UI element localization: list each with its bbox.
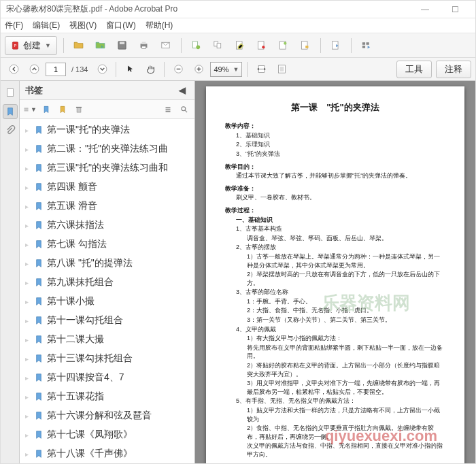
minimize-button[interactable]: — xyxy=(410,5,440,14)
svg-line-41 xyxy=(185,110,187,112)
expand-icon[interactable]: ▸ xyxy=(25,336,33,344)
create-button[interactable]: P 创建 ▼ xyxy=(5,36,57,55)
email-button[interactable] xyxy=(157,37,175,54)
form-button[interactable] xyxy=(275,37,292,54)
expand-icon[interactable]: ▸ xyxy=(25,298,33,305)
expand-icon[interactable]: ▸ xyxy=(25,127,33,134)
bookmark-item[interactable]: ▸第七课 勾指法 xyxy=(20,235,194,254)
open-recent-button[interactable] xyxy=(92,37,109,54)
expand-icon[interactable]: ▸ xyxy=(25,203,33,210)
expand-icon[interactable]: ▸ xyxy=(25,412,33,420)
customize-button[interactable] xyxy=(358,37,375,54)
attachments-tab-icon[interactable] xyxy=(3,123,18,138)
print-button[interactable] xyxy=(135,37,153,54)
expand-icon[interactable]: ▸ xyxy=(25,431,33,439)
new-bookmark-from-structure-icon[interactable] xyxy=(55,102,70,117)
save-button[interactable] xyxy=(114,37,131,54)
bookmark-item[interactable]: ▸第九课抹托组合 xyxy=(20,273,194,292)
bookmark-label: 第十四课按音4、7 xyxy=(47,371,124,384)
bookmark-item[interactable]: ▸第十四课按音4、7 xyxy=(20,368,194,387)
select-tool-button[interactable] xyxy=(121,61,139,78)
protect-button[interactable] xyxy=(296,37,314,54)
bookmark-label: 第十五课花指 xyxy=(47,391,104,403)
page-number-input[interactable] xyxy=(46,63,66,76)
zoom-in-button[interactable] xyxy=(190,61,207,78)
panel-menu-icon[interactable]: ◀ xyxy=(175,84,189,97)
expand-icon[interactable]: ▸ xyxy=(25,241,33,248)
bookmark-item[interactable]: ▸第十三课勾抹托组合 xyxy=(20,349,194,368)
bookmarks-tab-icon[interactable] xyxy=(3,104,18,119)
menu-edit[interactable]: 编辑(E) xyxy=(33,20,60,31)
hand-tool-button[interactable] xyxy=(141,61,159,78)
bookmark-icon xyxy=(33,372,44,383)
find-bookmark-icon[interactable] xyxy=(177,102,192,117)
first-page-button[interactable] xyxy=(5,61,22,78)
menu-bar: 件(F) 编辑(E) 视图(V) 窗口(W) 帮助(H) xyxy=(1,18,475,33)
export-button[interactable] xyxy=(253,37,271,54)
bookmark-label: 第八课 "托"的提弹法 xyxy=(47,257,133,269)
svg-rect-35 xyxy=(24,107,29,108)
delete-bookmark-icon[interactable] xyxy=(71,102,86,117)
expand-icon[interactable]: ▸ xyxy=(25,450,33,458)
menu-view[interactable]: 视图(V) xyxy=(69,20,97,31)
expand-all-icon[interactable] xyxy=(160,102,175,117)
prev-page-button[interactable] xyxy=(25,61,43,78)
fit-width-button[interactable] xyxy=(252,61,270,78)
share-button[interactable] xyxy=(327,37,345,54)
bookmark-icon xyxy=(33,277,44,288)
bookmark-label: 第十二课大撮 xyxy=(47,333,104,346)
comment-panel-button[interactable]: 注释 xyxy=(436,61,471,78)
bookmark-item[interactable]: ▸第十五课花指 xyxy=(20,387,194,406)
open-button[interactable] xyxy=(70,37,88,54)
edit-text-button[interactable] xyxy=(231,37,249,54)
bookmarks-title: 书签 xyxy=(25,84,43,97)
bookmark-icon xyxy=(33,144,44,154)
bookmark-item[interactable]: ▸第二课："托"的夹弹法练习曲 xyxy=(20,139,194,159)
expand-icon[interactable]: ▸ xyxy=(25,279,33,286)
bookmark-icon xyxy=(33,391,44,402)
menu-file[interactable]: 件(F) xyxy=(5,20,23,31)
zoom-out-button[interactable] xyxy=(169,61,187,78)
svg-point-9 xyxy=(197,46,201,50)
thumbnails-tab-icon[interactable] xyxy=(3,85,18,100)
zoom-select[interactable]: 49% ▼ xyxy=(210,62,242,77)
bookmark-item[interactable]: ▸第三课"托"的夹弹法练习曲和 xyxy=(20,159,194,178)
next-page-button[interactable] xyxy=(93,61,111,78)
bookmark-item[interactable]: ▸第十一课勾托组合 xyxy=(20,311,194,330)
bookmark-item[interactable]: ▸第十六课分解和弦及琶音 xyxy=(20,406,194,425)
bookmark-item[interactable]: ▸第一课"托"的夹弹法 xyxy=(20,120,194,139)
expand-icon[interactable]: ▸ xyxy=(25,260,33,267)
bookmark-item[interactable]: ▸第十二课大撮 xyxy=(20,330,194,349)
chevron-down-icon: ▼ xyxy=(45,42,51,49)
bookmark-item[interactable]: ▸第五课 滑音 xyxy=(20,197,194,216)
document-area[interactable]: Yueqiziliao.com 乐器资料网 qiyuexuexi.com 第一课… xyxy=(195,81,475,464)
bookmark-label: 第五课 滑音 xyxy=(47,200,97,212)
combine-button[interactable] xyxy=(209,37,227,54)
expand-icon[interactable]: ▸ xyxy=(25,374,33,382)
bookmark-item[interactable]: ▸第八课 "托"的提弹法 xyxy=(20,254,194,273)
expand-icon[interactable]: ▸ xyxy=(25,393,33,401)
menu-help[interactable]: 帮助(H) xyxy=(146,20,173,31)
expand-icon[interactable]: ▸ xyxy=(25,317,33,325)
expand-icon[interactable]: ▸ xyxy=(25,184,33,191)
expand-icon[interactable]: ▸ xyxy=(25,355,33,363)
bookmark-item[interactable]: ▸第十八课《千声佛》 xyxy=(20,444,194,463)
bookmark-icon xyxy=(33,410,44,421)
options-icon[interactable]: ▼ xyxy=(22,102,37,117)
scan-button[interactable] xyxy=(188,37,205,54)
fit-page-button[interactable] xyxy=(273,61,290,78)
expand-icon[interactable]: ▸ xyxy=(25,165,33,172)
bookmark-icon xyxy=(33,448,44,459)
expand-icon[interactable]: ▸ xyxy=(25,146,33,153)
expand-icon[interactable]: ▸ xyxy=(25,222,33,229)
tools-panel-button[interactable]: 工具 xyxy=(396,61,432,78)
new-bookmark-icon[interactable] xyxy=(39,102,54,117)
bookmark-item[interactable]: ▸第十课小撮 xyxy=(20,292,194,311)
bookmark-item[interactable]: ▸第四课 颤音 xyxy=(20,178,194,197)
bookmark-item[interactable]: ▸第十七课《凤翔歌》 xyxy=(20,425,194,444)
menu-window[interactable]: 窗口(W) xyxy=(106,20,135,31)
bookmark-item[interactable]: ▸第六课抹指法 xyxy=(20,216,194,235)
maximize-button[interactable]: ☐ xyxy=(440,5,470,14)
bookmarks-panel: 书签 ◀ ▼ ▸第一课"托"的夹弹法▸第二课："托"的夹弹法练习曲▸第三课"托"… xyxy=(20,81,195,464)
bookmark-label: 第十课小撮 xyxy=(47,295,95,308)
